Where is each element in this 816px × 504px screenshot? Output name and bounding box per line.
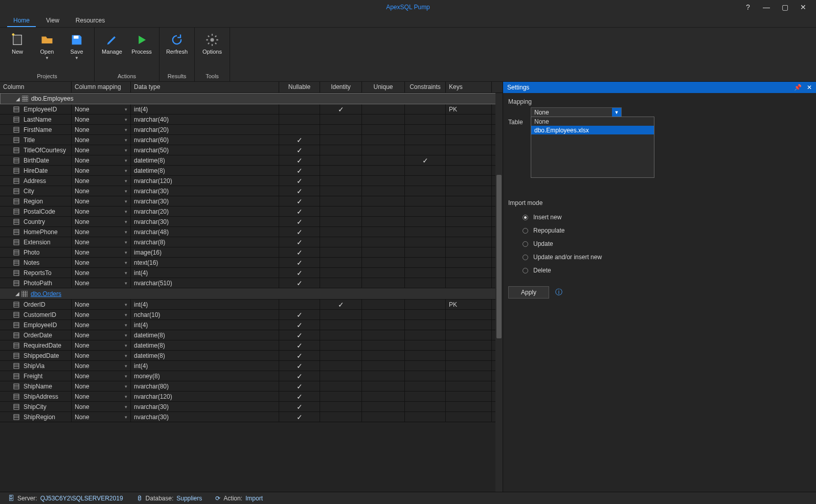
open-button[interactable]: Open ▼ (34, 31, 60, 72)
apply-button[interactable]: Apply (508, 286, 549, 299)
table-row[interactable]: HomePhoneNone▾nvarchar(48)✓ (0, 227, 503, 237)
column-mapping-cell[interactable]: None▾ (72, 330, 131, 340)
tab-resources[interactable]: Resources (70, 14, 111, 27)
chevron-down-icon[interactable]: ▼ (612, 108, 621, 117)
column-mapping-cell[interactable]: None▾ (72, 155, 131, 165)
column-mapping-cell[interactable]: None▾ (72, 258, 131, 267)
table-row[interactable]: RegionNone▾nvarchar(30)✓ (0, 196, 503, 207)
column-mapping-cell[interactable]: None▾ (72, 402, 131, 411)
table-row[interactable]: LastNameNone▾nvarchar(40) (0, 114, 503, 125)
vertical-scrollbar[interactable] (495, 93, 503, 492)
column-mapping-cell[interactable]: None▾ (72, 135, 131, 145)
radio-update[interactable]: Update (508, 237, 811, 250)
table-row[interactable]: CityNone▾nvarchar(30)✓ (0, 186, 503, 196)
col-header-nullable[interactable]: Nullable (279, 82, 320, 93)
table-row[interactable]: FreightNone▾money(8)✓ (0, 371, 503, 381)
pin-icon[interactable]: 📌 (794, 84, 802, 91)
scrollbar-thumb[interactable] (496, 175, 502, 338)
help-button[interactable]: ? (743, 3, 753, 11)
table-row[interactable]: PostalCodeNone▾nvarchar(20)✓ (0, 207, 503, 217)
maximize-button[interactable]: ▢ (780, 3, 789, 11)
column-mapping-cell[interactable]: None▾ (72, 166, 131, 175)
table-row[interactable]: HireDateNone▾datetime(8)✓ (0, 166, 503, 176)
column-mapping-cell[interactable]: None▾ (72, 278, 131, 288)
options-button[interactable]: Options (199, 31, 225, 72)
column-mapping-cell[interactable]: None▾ (72, 351, 131, 360)
dropdown-option[interactable]: None (531, 117, 654, 126)
column-mapping-cell[interactable]: None▾ (72, 114, 131, 124)
column-mapping-cell[interactable]: None▾ (72, 371, 131, 381)
tab-view[interactable]: View (40, 14, 65, 27)
table-row[interactable]: EmployeeIDNone▾int(4)✓ (0, 320, 503, 330)
column-mapping-cell[interactable]: None▾ (72, 268, 131, 278)
column-mapping-cell[interactable]: None▾ (72, 125, 131, 134)
col-header-identity[interactable]: Identity (320, 82, 362, 93)
column-mapping-cell[interactable]: None▾ (72, 217, 131, 226)
col-header-column[interactable]: Column (0, 82, 72, 93)
table-row[interactable]: ReportsToNone▾int(4)✓ (0, 268, 503, 278)
table-row[interactable]: PhotoNone▾image(16)✓ (0, 247, 503, 258)
column-mapping-cell[interactable]: None▾ (72, 300, 131, 309)
refresh-button[interactable]: Rerfresh (164, 31, 190, 72)
col-header-unique[interactable]: Unique (362, 82, 405, 93)
column-mapping-cell[interactable]: None▾ (72, 145, 131, 155)
radio-repopulate[interactable]: Repopulate (508, 224, 811, 237)
table-row[interactable]: FirstNameNone▾nvarchar(20) (0, 125, 503, 135)
column-mapping-cell[interactable]: None▾ (72, 196, 131, 206)
table-header-row[interactable]: ◢dbo.Orders (0, 288, 503, 300)
table-header-row[interactable]: ◢dbo.Employees (0, 93, 503, 104)
manage-button[interactable]: Manage (99, 31, 125, 72)
column-mapping-cell[interactable]: None▾ (72, 381, 131, 391)
table-row[interactable]: ShippedDateNone▾datetime(8)✓ (0, 351, 503, 361)
radio-update-insert[interactable]: Update and/or insert new (508, 250, 811, 264)
column-mapping-cell[interactable]: None▾ (72, 310, 131, 319)
table-row[interactable]: PhotoPathNone▾nvarchar(510)✓ (0, 278, 503, 288)
new-button[interactable]: New (4, 31, 31, 72)
table-row[interactable]: CountryNone▾nvarchar(30)✓ (0, 217, 503, 227)
column-mapping-cell[interactable]: None▾ (72, 186, 131, 196)
table-row[interactable]: ShipAddressNone▾nvarchar(120)✓ (0, 392, 503, 402)
table-row[interactable]: ShipRegionNone▾nvarchar(30)✓ (0, 412, 503, 422)
column-mapping-cell[interactable]: None▾ (72, 237, 131, 247)
table-row[interactable]: AddressNone▾nvarchar(120)✓ (0, 176, 503, 186)
process-button[interactable]: Process (128, 31, 155, 72)
table-row[interactable]: EmployeeIDNone▾int(4)✓PK (0, 104, 503, 114)
table-row[interactable]: RequiredDateNone▾datetime(8)✓ (0, 340, 503, 351)
save-button[interactable]: Save ▼ (63, 31, 90, 72)
mapping-dropdown-list[interactable]: None dbo.Employees.xlsx (531, 117, 654, 178)
col-header-datatype[interactable]: Data type (131, 82, 279, 93)
table-row[interactable]: ExtensionNone▾nvarchar(8)✓ (0, 237, 503, 247)
table-row[interactable]: TitleOfCourtesyNone▾nvarchar(50)✓ (0, 145, 503, 155)
column-mapping-cell[interactable]: None▾ (72, 176, 131, 186)
col-header-keys[interactable]: Keys (446, 82, 492, 93)
table-row[interactable]: BirthDateNone▾datetime(8)✓✓ (0, 155, 503, 166)
dropdown-option[interactable]: dbo.Employees.xlsx (531, 126, 654, 134)
table-row[interactable]: OrderIDNone▾int(4)✓PK (0, 300, 503, 310)
table-row[interactable]: NotesNone▾ntext(16)✓ (0, 258, 503, 268)
col-header-constraints[interactable]: Constraints (405, 82, 446, 93)
column-mapping-cell[interactable]: None▾ (72, 104, 131, 114)
column-mapping-cell[interactable]: None▾ (72, 247, 131, 257)
table-row[interactable]: OrderDateNone▾datetime(8)✓ (0, 330, 503, 340)
close-button[interactable]: ✕ (799, 3, 808, 11)
minimize-button[interactable]: — (762, 3, 771, 11)
table-row[interactable]: ShipViaNone▾int(4)✓ (0, 361, 503, 371)
column-mapping-cell[interactable]: None▾ (72, 412, 131, 422)
column-mapping-cell[interactable]: None▾ (72, 340, 131, 350)
column-mapping-cell[interactable]: None▾ (72, 361, 131, 371)
column-mapping-cell[interactable]: None▾ (72, 320, 131, 330)
table-row[interactable]: ShipCityNone▾nvarchar(30)✓ (0, 402, 503, 412)
tab-home[interactable]: Home (7, 14, 36, 27)
info-icon[interactable]: ⓘ (555, 288, 562, 297)
col-header-mapping[interactable]: Column mapping (72, 82, 131, 93)
table-row[interactable]: CustomerIDNone▾nchar(10)✓ (0, 310, 503, 320)
column-mapping-cell[interactable]: None▾ (72, 207, 131, 216)
table-row[interactable]: ShipNameNone▾nvarchar(80)✓ (0, 381, 503, 392)
column-mapping-cell[interactable]: None▾ (72, 227, 131, 237)
column-mapping-cell[interactable]: None▾ (72, 392, 131, 401)
radio-delete[interactable]: Delete (508, 264, 811, 277)
close-panel-icon[interactable]: ✕ (807, 84, 812, 91)
mapping-combobox[interactable]: None ▼ (531, 107, 622, 118)
table-row[interactable]: TitleNone▾nvarchar(60)✓ (0, 135, 503, 145)
radio-insert-new[interactable]: Insert new (508, 211, 811, 224)
